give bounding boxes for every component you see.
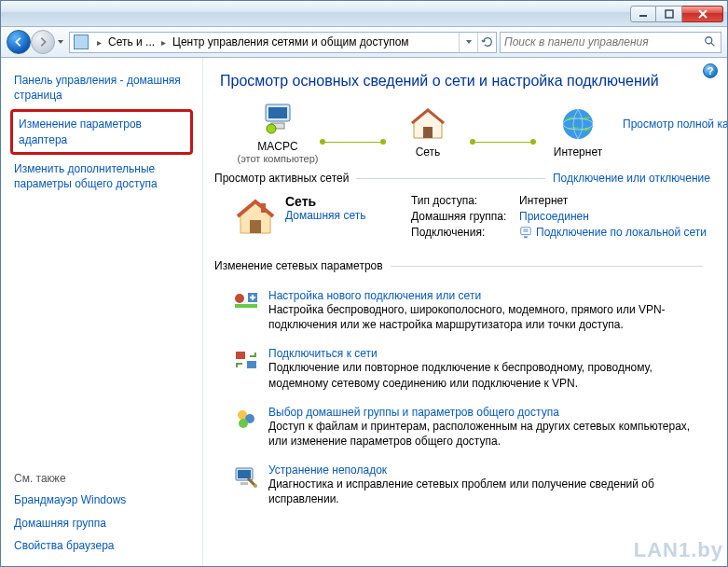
svg-point-15	[235, 294, 244, 303]
chevron-down-icon	[57, 38, 64, 46]
page-title: Просмотр основных сведений о сети и наст…	[214, 67, 710, 99]
troubleshoot-link[interactable]: Устранение неполадок	[268, 463, 387, 477]
change-settings-label: Изменение сетевых параметров	[214, 259, 383, 272]
search-input[interactable]	[501, 35, 700, 48]
connect-network-icon	[233, 347, 259, 373]
diagram-node-internet[interactable]: Интернет	[533, 104, 623, 159]
homegroup-label: Домашняя группа:	[411, 210, 514, 223]
troubleshoot-icon	[233, 463, 259, 490]
new-connection-link[interactable]: Настройка нового подключения или сети	[268, 289, 481, 302]
sidebar-sharing-link[interactable]: Изменить дополнительные параметры общего…	[1, 158, 202, 195]
navigation-bar: ▸ Сеть и ... ▸ Центр управления сетями и…	[1, 27, 727, 58]
access-type-label: Тип доступа:	[411, 194, 514, 207]
svg-point-2	[706, 37, 712, 44]
main-content: ? Просмотр основных сведений о сети и на…	[202, 58, 727, 566]
sidebar-homegroup-link[interactable]: Домашняя группа	[1, 512, 202, 534]
homegroup-icon	[233, 406, 259, 432]
refresh-button[interactable]	[477, 33, 496, 52]
svg-rect-24	[240, 482, 248, 485]
connections-value-link[interactable]: Подключение по локальной сети	[519, 226, 707, 239]
breadcrumb-sep: ▸	[157, 33, 171, 52]
close-button[interactable]	[682, 6, 723, 22]
node-pc-sublabel: (этот компьютер)	[237, 153, 318, 164]
new-connection-icon	[233, 289, 259, 315]
back-button[interactable]	[7, 30, 31, 54]
node-pc-label: MACPC	[257, 140, 297, 153]
svg-rect-7	[423, 127, 433, 138]
connections-label: Подключения:	[411, 226, 514, 239]
active-network-item: Сеть Домашняя сеть Тип доступа: Интернет…	[214, 188, 710, 246]
minimize-icon	[639, 9, 648, 19]
address-buttons	[459, 33, 496, 52]
svg-rect-23	[238, 470, 251, 478]
new-connection-desc: Настройка беспроводного, широкополосного…	[268, 302, 707, 332]
minimize-button[interactable]	[630, 6, 656, 22]
svg-point-21	[239, 419, 248, 428]
node-inet-label: Интернет	[554, 145, 602, 159]
window-titlebar	[1, 1, 727, 27]
troubleshoot-desc: Диагностика и исправление сетевых пробле…	[268, 477, 707, 506]
connect-network-link[interactable]: Подключиться к сети	[268, 347, 378, 360]
network-name: Сеть	[285, 194, 365, 209]
settings-list: Настройка нового подключения или сети На…	[214, 282, 710, 515]
svg-rect-14	[235, 304, 257, 308]
sidebar-browser-link[interactable]: Свойства браузера	[1, 534, 202, 557]
connect-network-desc: Подключение или повторное подключение к …	[268, 360, 707, 390]
nav-arrows	[7, 30, 66, 54]
settings-new-connection: Настройка нового подключения или сети На…	[214, 282, 710, 339]
svg-rect-1	[666, 10, 673, 18]
address-dropdown[interactable]	[459, 33, 477, 52]
help-icon[interactable]: ?	[703, 63, 718, 78]
network-details: Тип доступа: Интернет Домашняя группа: П…	[411, 194, 707, 239]
sidebar-firewall-link[interactable]: Брандмауэр Windows	[1, 489, 202, 511]
node-net-label: Сеть	[416, 145, 441, 159]
arrow-left-icon	[12, 35, 25, 48]
svg-rect-18	[247, 361, 256, 368]
search-icon[interactable]	[700, 35, 721, 48]
refresh-icon	[481, 35, 494, 48]
diagram-node-pc[interactable]: MACPC (этот компьютер)	[233, 99, 323, 164]
forward-button[interactable]	[31, 30, 55, 54]
settings-homegroup: Выбор домашней группы и параметров общег…	[214, 398, 710, 456]
sidebar-adapter-link[interactable]: Изменение параметров адаптера	[10, 109, 193, 154]
active-networks-header: Просмотр активных сетей Подключение или …	[214, 172, 710, 185]
home-network-icon	[233, 194, 278, 239]
connect-disconnect-link[interactable]: Подключение или отключение	[553, 172, 710, 185]
breadcrumb-sep: ▸	[92, 33, 106, 52]
sidebar-see-also: См. также Брандмауэр Windows Домашняя гр…	[1, 468, 202, 557]
breadcrumb-current[interactable]: Центр управления сетями и общим доступом	[171, 33, 411, 52]
arrow-right-icon	[36, 35, 49, 48]
lan-icon	[519, 226, 532, 239]
maximize-button[interactable]	[656, 6, 682, 22]
computer-icon	[258, 99, 297, 138]
svg-point-25	[254, 484, 257, 488]
homegroup-desc: Доступ к файлам и принтерам, расположенн…	[268, 419, 707, 449]
svg-rect-13	[524, 236, 528, 238]
house-icon	[408, 104, 447, 144]
svg-rect-17	[236, 352, 245, 359]
diagram-node-network[interactable]: Сеть	[383, 104, 473, 159]
change-settings-header: Изменение сетевых параметров	[214, 259, 710, 272]
full-map-link[interactable]: Просмотр полной карты	[623, 118, 727, 131]
network-category-icon	[74, 35, 89, 49]
breadcrumb-network[interactable]: Сеть и ...	[106, 33, 157, 52]
window-buttons	[630, 6, 723, 22]
history-dropdown[interactable]	[55, 30, 66, 54]
network-type-link[interactable]: Домашняя сеть	[285, 209, 365, 222]
sidebar-home-link[interactable]: Панель управления - домашняя страница	[1, 69, 202, 106]
svg-rect-11	[261, 203, 266, 213]
see-also-label: См. также	[1, 468, 202, 489]
watermark: LAN1.by	[634, 538, 723, 562]
settings-connect-network: Подключиться к сети Подключение или повт…	[214, 339, 710, 397]
settings-troubleshoot: Устранение неполадок Диагностика и испра…	[214, 456, 710, 514]
sidebar: Панель управления - домашняя страница Из…	[1, 58, 202, 566]
homegroup-value-link[interactable]: Присоединен	[519, 210, 707, 223]
network-diagram: MACPC (этот компьютер) Сеть	[214, 99, 710, 164]
globe-icon	[559, 105, 597, 143]
active-networks-label: Просмотр активных сетей	[214, 172, 349, 185]
homegroup-link[interactable]: Выбор домашней группы и параметров общег…	[268, 406, 559, 419]
svg-rect-10	[250, 220, 261, 233]
svg-rect-0	[639, 15, 647, 17]
address-bar[interactable]: ▸ Сеть и ... ▸ Центр управления сетями и…	[69, 32, 497, 53]
search-box[interactable]	[500, 32, 721, 53]
